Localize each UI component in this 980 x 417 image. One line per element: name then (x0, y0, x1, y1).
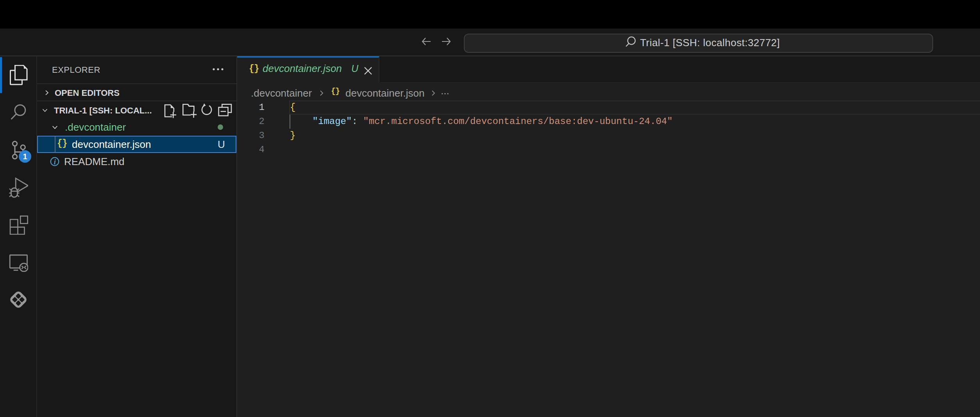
svg-text:i: i (54, 158, 56, 166)
